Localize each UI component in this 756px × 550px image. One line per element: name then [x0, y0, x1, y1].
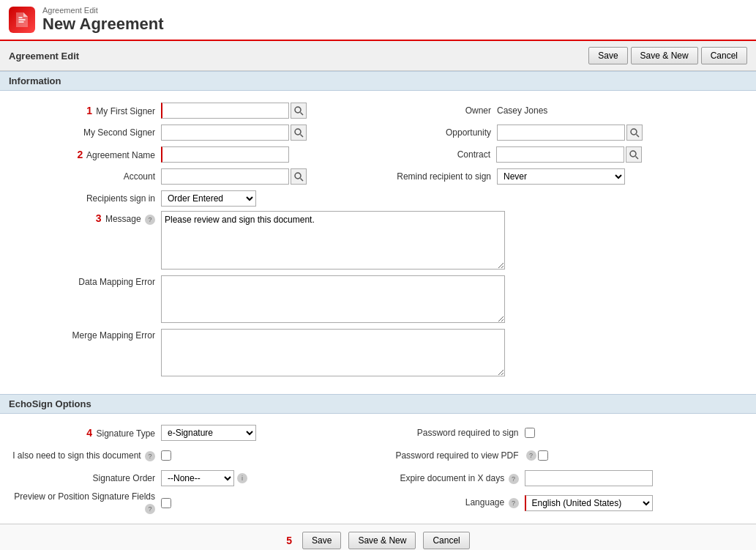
account-label: Account: [0, 171, 161, 182]
signature-order-info-icon: i: [237, 473, 247, 483]
first-signer-lookup[interactable]: [291, 103, 307, 119]
message-row: 3 Message ? Please review and sign this …: [0, 211, 756, 270]
owner-value: Casey Jones: [497, 105, 547, 116]
data-mapping-error-label: Data Mapping Error: [0, 275, 161, 287]
remind-recipient-select[interactable]: Never Every day Every 2 days Every 3 day…: [497, 168, 625, 185]
agreement-name-input[interactable]: [161, 146, 289, 163]
remind-recipient-label: Remind recipient to sign: [351, 171, 497, 182]
signature-type-label: 4 Signature Type: [0, 427, 161, 439]
recipients-sign-select[interactable]: Order Entered Any Order: [161, 190, 256, 207]
owner-label: Owner: [351, 105, 497, 116]
opportunity-input[interactable]: [497, 125, 625, 141]
first-signer-row: 1 My First Signer Owner Casey Jones: [0, 101, 756, 120]
signature-type-row: 4 Signature Type e-Signature Written Sig…: [0, 423, 756, 442]
save-button-bottom[interactable]: Save: [302, 532, 341, 549]
svg-point-2: [295, 129, 301, 135]
echosign-section-header: EchoSign Options: [0, 394, 756, 414]
language-select[interactable]: English (United States) French Spanish G…: [525, 495, 653, 511]
expire-label: Expire document in X days ?: [378, 473, 525, 484]
app-title: New Agreement: [42, 15, 163, 34]
save-button-top[interactable]: Save: [588, 47, 627, 64]
svg-point-6: [630, 151, 636, 157]
svg-point-4: [631, 129, 637, 135]
preview-info-icon: ?: [145, 504, 155, 514]
svg-line-7: [636, 157, 639, 160]
toolbar: Agreement Edit Save Save & New Cancel: [0, 41, 756, 71]
svg-line-5: [637, 135, 640, 138]
app-icon: [9, 7, 35, 33]
account-input[interactable]: [161, 168, 289, 185]
data-mapping-error-textarea[interactable]: [161, 275, 505, 323]
recipients-sign-label: Recipients sign in: [0, 193, 161, 204]
also-sign-info-icon: ?: [145, 451, 155, 461]
preview-label: Preview or Position Signature Fields ?: [0, 491, 161, 514]
contract-label: Contract: [350, 149, 496, 160]
second-signer-label: My Second Signer: [0, 127, 161, 138]
message-textarea[interactable]: Please review and sign this document.: [161, 211, 505, 270]
signature-order-select[interactable]: --None--: [161, 470, 234, 486]
also-sign-row: I also need to sign this document ? Pass…: [0, 446, 756, 465]
password-sign-checkbox[interactable]: [525, 428, 535, 438]
signature-order-row: Signature Order --None-- i Expire docume…: [0, 469, 756, 488]
contract-lookup[interactable]: [626, 146, 642, 163]
merge-mapping-error-label: Merge Mapping Error: [0, 329, 161, 341]
password-pdf-label: Password required to view PDF: [378, 450, 525, 461]
signature-order-label: Signature Order: [0, 473, 161, 483]
opportunity-lookup[interactable]: [626, 125, 643, 141]
password-sign-label: Password required to sign: [378, 428, 525, 438]
cancel-button-bottom[interactable]: Cancel: [423, 532, 469, 549]
svg-line-1: [301, 113, 304, 116]
echosign-form: 4 Signature Type e-Signature Written Sig…: [0, 414, 756, 524]
agreement-name-row: 2 Agreement Name Contract: [0, 145, 756, 164]
svg-point-8: [295, 173, 301, 179]
signature-type-select[interactable]: e-Signature Written Signature Approved: [161, 425, 256, 441]
information-section-header: Information: [0, 71, 756, 91]
language-info-icon: ?: [509, 498, 519, 508]
bottom-bar: 5 Save Save & New Cancel: [0, 524, 756, 550]
expire-info-icon: ?: [509, 474, 519, 484]
first-signer-label: 1 My First Signer: [0, 105, 161, 116]
opportunity-label: Opportunity: [351, 127, 497, 138]
svg-line-9: [301, 179, 304, 182]
toolbar-title: Agreement Edit: [9, 51, 585, 62]
second-signer-lookup[interactable]: [291, 125, 307, 141]
second-signer-input[interactable]: [161, 125, 289, 141]
recipients-sign-row: Recipients sign in Order Entered Any Ord…: [0, 189, 756, 208]
merge-mapping-error-textarea[interactable]: [161, 329, 505, 376]
app-subtitle: Agreement Edit: [42, 6, 163, 15]
save-new-button-bottom[interactable]: Save & New: [348, 532, 416, 549]
contract-input[interactable]: [496, 146, 624, 163]
password-pdf-checkbox[interactable]: [538, 450, 548, 461]
account-lookup[interactable]: [291, 168, 307, 185]
preview-checkbox[interactable]: [161, 498, 171, 508]
account-row: Account Remind recipient to sign Never E…: [0, 167, 756, 186]
svg-line-3: [301, 135, 304, 138]
first-signer-input[interactable]: [161, 103, 289, 119]
language-label: Language ?: [378, 497, 525, 508]
also-sign-label: I also need to sign this document ?: [0, 450, 161, 461]
save-new-button-top[interactable]: Save & New: [631, 47, 698, 64]
expire-input[interactable]: [525, 470, 653, 486]
data-mapping-error-row: Data Mapping Error: [0, 275, 756, 323]
message-label: 3 Message ?: [0, 211, 161, 225]
information-form: 1 My First Signer Owner Casey Jones My S…: [0, 91, 756, 387]
second-signer-row: My Second Signer Opportunity: [0, 123, 756, 142]
app-header: Agreement Edit New Agreement: [0, 0, 756, 41]
merge-mapping-error-row: Merge Mapping Error: [0, 329, 756, 376]
password-pdf-info-icon: ?: [526, 450, 536, 461]
svg-point-0: [295, 107, 301, 113]
cancel-button-top[interactable]: Cancel: [701, 47, 747, 64]
also-sign-checkbox[interactable]: [161, 450, 171, 461]
preview-row: Preview or Position Signature Fields ? L…: [0, 491, 756, 514]
app-header-text: Agreement Edit New Agreement: [42, 6, 163, 34]
agreement-name-label: 2 Agreement Name: [0, 149, 161, 160]
message-info-icon: ?: [145, 215, 155, 225]
